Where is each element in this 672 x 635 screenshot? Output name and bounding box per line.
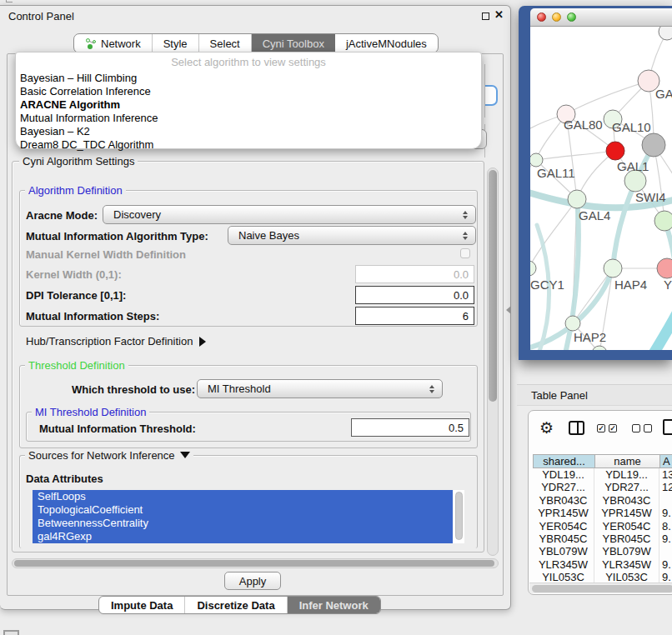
- node-gal11[interactable]: [530, 153, 543, 167]
- node-label: HAP4: [614, 278, 647, 292]
- checked-checkbox-icon[interactable]: ✓: [597, 424, 605, 432]
- minimize-traffic-light-icon[interactable]: [552, 12, 561, 22]
- tab-discretize-data[interactable]: Discretize Data: [185, 597, 287, 613]
- close-traffic-light-icon[interactable]: [537, 12, 546, 22]
- table-row[interactable]: YBL079WYBL079W: [533, 545, 672, 558]
- tab-cyni-toolbox[interactable]: Cyni Toolbox: [252, 34, 335, 52]
- algorithm-definition-title: Algorithm Definition: [25, 184, 126, 197]
- stepper-icon: [463, 211, 468, 219]
- algorithm-option[interactable]: Dream8 DC_TDC Algorithm: [20, 138, 153, 152]
- dpi-tolerance-label: DPI Tolerance [0,1]:: [26, 289, 126, 302]
- background-window-fragment: [3, 630, 19, 635]
- tab-network[interactable]: Network: [74, 34, 153, 52]
- dpi-tolerance-field[interactable]: 0.0: [355, 286, 474, 304]
- node-red-selected[interactable]: [606, 142, 624, 160]
- node-hap2[interactable]: [565, 316, 580, 331]
- data-attributes-label: Data Attributes: [26, 472, 103, 485]
- attribute-item-selected[interactable]: gal4RGexp: [33, 530, 453, 543]
- table-row[interactable]: YDL19...YDL19...13: [533, 468, 672, 481]
- attribute-item-selected[interactable]: TopologicalCoefficient: [33, 503, 453, 517]
- settings-vertical-scrollbar[interactable]: [487, 168, 499, 556]
- document-icon[interactable]: [663, 419, 672, 435]
- mi-threshold-label: Mutual Information Threshold:: [39, 422, 196, 435]
- which-threshold-label: Which threshold to use:: [72, 383, 195, 396]
- table-panel-strip: Table Panel: [517, 384, 672, 406]
- tab-style[interactable]: Style: [153, 34, 199, 52]
- tab-select[interactable]: Select: [199, 34, 252, 52]
- algorithm-dropdown-popup: Select algorithm to view settings Bayesi…: [15, 52, 482, 149]
- hub-definition-expander[interactable]: Hub/Transcription Factor Definition: [26, 335, 206, 348]
- scrollbar-thumb[interactable]: [14, 560, 494, 567]
- scrollbar-thumb[interactable]: [489, 170, 497, 402]
- table-row[interactable]: YBR045CYBR045C9.: [533, 532, 672, 545]
- node-attribute-table: shared... name A YDL19...YDL19...13 YDR2…: [533, 454, 672, 584]
- table-row[interactable]: YER054CYER054C8.: [533, 520, 672, 532]
- node-label: GAL1: [617, 159, 649, 173]
- table-horizontal-scrollbar[interactable]: [529, 582, 672, 593]
- network-canvas[interactable]: GAL GAL80 GAL10 GAL1 GAL11 GAL4 SWI4 GCY…: [530, 27, 672, 350]
- node-swi4[interactable]: [654, 211, 672, 231]
- control-panel-window: Control Panel ✕ Network Style Select Cyn…: [0, 5, 511, 610]
- node-gcy1[interactable]: [530, 261, 536, 276]
- algorithm-option-selected[interactable]: ARACNE Algorithm: [20, 98, 120, 112]
- checked-checkbox-icon[interactable]: ✓: [609, 424, 617, 432]
- scrollbar-thumb[interactable]: [532, 585, 672, 592]
- which-threshold-select[interactable]: MI Threshold: [197, 379, 443, 398]
- apply-button[interactable]: Apply: [224, 572, 281, 590]
- network-window-titlebar[interactable]: [530, 8, 672, 27]
- column-header[interactable]: shared...: [534, 455, 595, 468]
- network-graph: GAL GAL80 GAL10 GAL1 GAL11 GAL4 SWI4 GCY…: [530, 27, 672, 350]
- gear-icon[interactable]: ⚙: [539, 419, 554, 438]
- manual-kernel-checkbox[interactable]: [460, 248, 470, 258]
- node-label: SWI4: [635, 190, 666, 204]
- mi-steps-field[interactable]: 6: [355, 307, 474, 325]
- split-columns-icon[interactable]: [569, 421, 584, 435]
- column-header[interactable]: name: [595, 455, 660, 468]
- node-gal4[interactable]: [568, 190, 586, 208]
- table-row[interactable]: YLR345WYLR345W9.: [533, 558, 672, 571]
- tab-impute-data[interactable]: Impute Data: [99, 597, 185, 613]
- panel-collapse-arrow-icon[interactable]: [506, 306, 511, 314]
- mi-steps-label: Mutual Information Steps:: [26, 310, 159, 322]
- mi-algorithm-type-select[interactable]: Naive Bayes: [228, 226, 476, 245]
- table-row[interactable]: YPR145WYPR145W9.: [533, 507, 672, 519]
- zoom-traffic-light-icon[interactable]: [567, 12, 576, 22]
- algorithm-option[interactable]: Bayesian – Hill Climbing: [20, 72, 137, 85]
- attribute-item-selected[interactable]: BetweennessCentrality: [33, 517, 453, 530]
- node-gray[interactable]: [642, 133, 665, 157]
- algorithm-option[interactable]: Basic Correlation Inference: [20, 85, 151, 98]
- tab-infer-network[interactable]: Infer Network: [288, 597, 380, 613]
- attribute-item-selected[interactable]: SelfLoops: [33, 490, 453, 503]
- sources-expander[interactable]: Sources for Network Inference: [25, 449, 193, 462]
- float-window-icon[interactable]: [482, 12, 489, 20]
- close-icon[interactable]: ✕: [494, 8, 504, 21]
- cyni-bottom-tabs: Impute Data Discretize Data Infer Networ…: [98, 596, 381, 614]
- unchecked-checkbox-icon[interactable]: [644, 424, 652, 432]
- manual-kernel-label: Manual Kernel Width Definition: [26, 248, 186, 261]
- node-label: GAL80: [564, 118, 603, 132]
- table-header-row: shared... name A: [533, 454, 672, 468]
- window-title: Control Panel: [8, 10, 74, 22]
- dropdown-placeholder: Select algorithm to view settings: [16, 56, 481, 68]
- node-hap4[interactable]: [604, 259, 622, 278]
- table-row[interactable]: YDR27...YDR27...12: [533, 481, 672, 493]
- node-label: HAP2: [574, 330, 606, 344]
- column-header[interactable]: A: [660, 455, 672, 468]
- attribute-list-scrollbar[interactable]: [455, 492, 463, 540]
- expander-expanded-icon: [180, 452, 190, 458]
- kernel-width-field[interactable]: 0.0: [355, 265, 474, 283]
- settings-horizontal-scrollbar[interactable]: [12, 558, 499, 568]
- control-panel-tabs: Network Style Select Cyni Toolbox jActiv…: [73, 33, 439, 53]
- table-row[interactable]: YBR043CYBR043C: [533, 494, 672, 507]
- background-fragment: [6, 0, 13, 2]
- network-view-window: GAL GAL80 GAL10 GAL1 GAL11 GAL4 SWI4 GCY…: [519, 6, 672, 360]
- tab-jactivemnodules[interactable]: jActiveMNodules: [335, 34, 438, 52]
- aracne-mode-select[interactable]: Discovery: [103, 205, 476, 224]
- aracne-mode-label: Aracne Mode:: [26, 209, 98, 222]
- algorithm-option[interactable]: Mutual Information Inference: [20, 112, 158, 125]
- node[interactable]: [659, 27, 672, 40]
- algorithm-option[interactable]: Bayesian – K2: [20, 125, 90, 138]
- unchecked-checkbox-icon[interactable]: [632, 424, 640, 432]
- mi-threshold-field[interactable]: 0.5: [351, 418, 469, 437]
- node-salmon[interactable]: [657, 258, 672, 278]
